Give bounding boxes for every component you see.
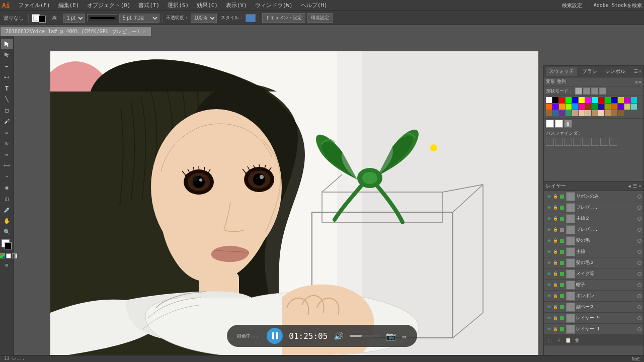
color-swatch-11[interactable] xyxy=(618,97,624,103)
layer-visibility-9[interactable]: 👁 xyxy=(546,293,552,299)
layer-row[interactable]: 👁 🔒 メイク等 xyxy=(544,268,643,280)
color-swatch-4[interactable] xyxy=(572,97,578,103)
menu-effect[interactable]: 効果(C) xyxy=(193,1,222,10)
color-swatch-21[interactable] xyxy=(592,104,598,110)
layer-target-11[interactable] xyxy=(637,316,641,320)
color-swatch-9[interactable] xyxy=(605,97,611,103)
hand-tool[interactable]: ✋ xyxy=(1,216,13,226)
shape-intersect-btn[interactable] xyxy=(591,87,598,95)
color-swatch-10[interactable] xyxy=(611,97,617,103)
tab-brushes[interactable]: ブラシ xyxy=(579,67,600,76)
layer-row[interactable]: 👁 🔒 リボンのみ xyxy=(544,191,643,202)
pf-btn-2[interactable] xyxy=(555,138,563,146)
layers-panel-menu[interactable]: ☰ xyxy=(633,184,637,189)
menu-view[interactable]: 表示(V) xyxy=(222,1,251,10)
layer-lock-3[interactable]: 🔒 xyxy=(553,227,558,232)
layer-visibility-6[interactable]: 👁 xyxy=(546,260,552,266)
menu-object[interactable]: オブジェクト(O) xyxy=(83,1,134,10)
pen-tool[interactable]: ✒ xyxy=(1,61,13,71)
camera-icon[interactable]: 📷 xyxy=(386,331,396,341)
color-swatch-7[interactable] xyxy=(592,97,598,103)
color-swatch-5[interactable] xyxy=(579,97,585,103)
color-swatch-13[interactable] xyxy=(631,97,637,103)
color-swatch-23[interactable] xyxy=(605,104,611,110)
layer-target-0[interactable] xyxy=(637,195,641,199)
layer-visibility-4[interactable]: 👁 xyxy=(546,238,552,244)
color-swatch-17[interactable] xyxy=(566,104,572,110)
color-swatch-12[interactable] xyxy=(624,97,630,103)
menu-window[interactable]: ウィンドウ(W) xyxy=(251,1,297,10)
layer-lock-4[interactable]: 🔒 xyxy=(553,238,558,243)
rectangle-tool[interactable]: □ xyxy=(1,105,13,115)
layers-panel-close[interactable]: × xyxy=(639,184,641,189)
env-settings-button[interactable]: 環境設定 xyxy=(307,13,333,23)
width-tool[interactable]: ⟺ xyxy=(1,160,13,170)
color-swatch-15[interactable] xyxy=(552,104,558,110)
layer-lock-1[interactable]: 🔒 xyxy=(553,205,558,210)
no-color-btn[interactable] xyxy=(6,253,11,258)
layer-row[interactable]: 👁 🔒 副ベース xyxy=(544,302,643,313)
delete-layer-btn[interactable]: 🗑 xyxy=(573,336,581,344)
volume-slider[interactable] xyxy=(350,335,380,337)
opacity-select[interactable]: 100% xyxy=(191,14,217,23)
layer-lock-5[interactable]: 🔒 xyxy=(553,249,558,254)
layer-row[interactable]: 👁 🔒 主線 xyxy=(544,246,643,257)
layer-row[interactable]: 👁 🔒 髪の毛２ xyxy=(544,257,643,268)
color-swatch-22[interactable] xyxy=(598,104,604,110)
pf-btn-4[interactable] xyxy=(573,138,581,146)
tab-swatches[interactable]: スウォッチ xyxy=(546,67,577,76)
pencil-tool[interactable]: ✏ xyxy=(1,127,13,137)
color-swatch-35[interactable] xyxy=(592,110,598,116)
line-tool[interactable]: ╲ xyxy=(1,94,13,104)
gradient-tool[interactable]: ◫ xyxy=(1,194,13,204)
layer-lock-12[interactable]: 🔒 xyxy=(553,327,558,332)
stroke-swatch[interactable] xyxy=(39,16,46,23)
layer-lock-7[interactable]: 🔒 xyxy=(553,272,558,277)
eyedropper-tool[interactable]: 💉 xyxy=(1,205,13,215)
audio-icon[interactable]: 🔊 xyxy=(334,331,344,341)
color-swatch-18[interactable] xyxy=(572,104,578,110)
pause-button[interactable] xyxy=(267,328,283,344)
pf-btn-5[interactable] xyxy=(582,138,590,146)
stroke-profile-select[interactable]: 5 pt. 丸端 xyxy=(119,14,159,23)
panel-close-icon[interactable]: × xyxy=(639,69,641,74)
pf-btn-7[interactable] xyxy=(600,138,608,146)
layer-visibility-12[interactable]: 👁 xyxy=(546,326,552,332)
new-sublayer-btn[interactable]: + xyxy=(555,336,563,344)
layer-row[interactable]: 👁 🔒 プレゼ... xyxy=(544,224,643,235)
layer-lock-6[interactable]: 🔒 xyxy=(553,260,558,265)
color-swatch-31[interactable] xyxy=(566,110,572,116)
fill-stroke-display[interactable] xyxy=(2,239,13,250)
swatch-library-btn[interactable]: ⊕ xyxy=(555,120,563,128)
weight-select[interactable]: 1 pt xyxy=(63,14,85,23)
color-swatch-33[interactable] xyxy=(579,110,585,116)
new-layer-btn[interactable]: 📋 xyxy=(564,336,572,344)
add-anchor-tool[interactable]: ✒+ xyxy=(1,72,13,82)
style-preview[interactable] xyxy=(246,14,256,22)
color-swatch-27[interactable] xyxy=(631,104,637,110)
shape-minus-btn[interactable] xyxy=(583,87,590,95)
menu-help[interactable]: ヘルプ(H) xyxy=(297,1,332,10)
color-swatch-37[interactable] xyxy=(605,110,611,116)
rotate-tool[interactable]: ↻ xyxy=(1,138,13,148)
color-swatch-36[interactable] xyxy=(598,110,604,116)
layer-visibility-5[interactable]: 👁 xyxy=(546,249,552,255)
layer-target-1[interactable] xyxy=(637,206,641,210)
color-swatch-30[interactable] xyxy=(559,110,565,116)
art-tile-tool[interactable]: ⊞ xyxy=(1,260,13,270)
color-swatch-28[interactable] xyxy=(546,110,552,116)
transform-tool[interactable]: ⇔ xyxy=(1,149,13,159)
layer-visibility-2[interactable]: 👁 xyxy=(546,216,552,222)
tab-symbols[interactable]: シンボル xyxy=(602,67,628,76)
color-swatch-34[interactable] xyxy=(585,110,591,116)
layer-row[interactable]: 👁 🔒 プレゼ... xyxy=(544,202,643,213)
layer-visibility-10[interactable]: 👁 xyxy=(546,304,552,310)
color-swatch-0[interactable] xyxy=(546,97,552,103)
layer-target-2[interactable] xyxy=(637,217,641,221)
graph-tool[interactable]: ▦ xyxy=(1,183,13,193)
warp-tool[interactable]: ~ xyxy=(1,171,13,182)
layer-target-5[interactable] xyxy=(637,250,641,254)
color-swatch-20[interactable] xyxy=(585,104,591,110)
layer-target-10[interactable] xyxy=(637,305,641,309)
type-tool[interactable]: T xyxy=(1,83,13,93)
